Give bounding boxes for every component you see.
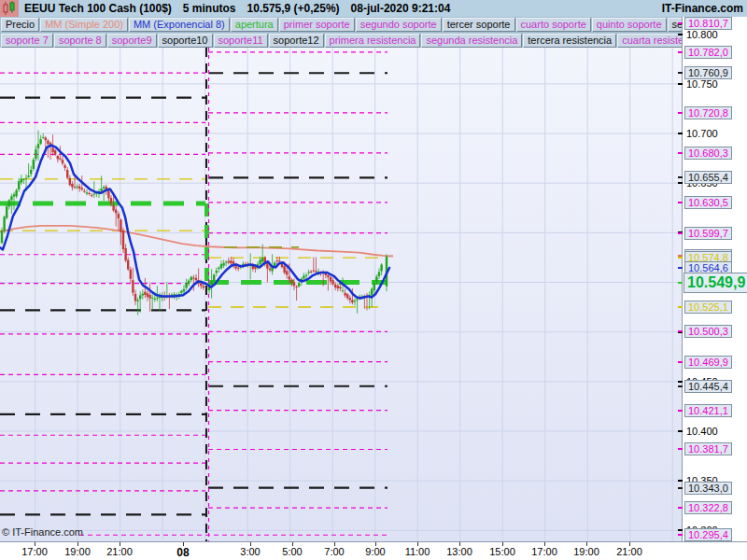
price-label: 10.500,3	[684, 325, 732, 338]
price-label: 10.810,7	[684, 17, 732, 30]
candlestick-icon	[0, 0, 19, 17]
toolbar-button-soporte9[interactable]: soporte9	[107, 34, 157, 48]
toolbar-button-precio[interactable]: Precio	[1, 18, 39, 32]
price-label: 10.680,3	[684, 147, 732, 160]
axis-tick	[678, 72, 683, 74]
price-label: 10.760,9	[684, 66, 732, 79]
axis-tick	[678, 430, 683, 432]
datetime-label: 08-jul-2020 9:21:04	[351, 2, 451, 15]
axis-tick	[678, 529, 683, 531]
price-label: 10.630,5	[684, 196, 732, 209]
price-label: 10.445,4	[684, 380, 732, 393]
axis-tick	[678, 202, 683, 203]
toolbar-button-primer-soporte[interactable]: primer soporte	[279, 18, 355, 32]
trading-app-window: EEUU Tech 100 Cash (100$) 5 minutos 10.5…	[0, 0, 747, 560]
time-tick-label: 19:00	[573, 546, 599, 557]
axis-tick	[678, 22, 683, 24]
axis-tick	[678, 385, 683, 387]
toolbar-button-apertura[interactable]: apertura	[231, 18, 278, 32]
axis-tick	[678, 51, 683, 53]
toolbar-button-quinto-soporte[interactable]: quinto soporte	[592, 18, 667, 32]
time-tick-label: 13:00	[446, 546, 472, 557]
brand-label: IT-Finance.com	[662, 2, 743, 15]
price-label: 10.381,7	[684, 442, 732, 455]
axis-tick	[678, 267, 683, 269]
price-label: 10.295,4	[684, 528, 732, 541]
price-label: 10.525,1	[684, 301, 732, 314]
toolbar-button-segundo-soporte[interactable]: segundo soporte	[356, 18, 442, 32]
axis-tick	[678, 381, 683, 383]
price-label-current: 10.549,9	[684, 273, 747, 293]
price-chart[interactable]	[0, 48, 682, 541]
price-label: 10.599,7	[684, 227, 732, 240]
axis-tick	[678, 257, 683, 259]
timeframe-label: 5 minutos	[183, 2, 236, 15]
toolbar-button-soporte12[interactable]: soporte12	[269, 34, 324, 48]
price-tick-label: 10.700	[686, 128, 718, 139]
axis-tick	[678, 361, 683, 363]
time-tick-label: 9:00	[365, 546, 385, 557]
instrument-title: EEUU Tech 100 Cash (100$)	[24, 2, 172, 15]
toolbar-button-tercer-soporte[interactable]: tercer soporte	[443, 18, 515, 32]
toolbar-row-2: soporte 7soporte 8soporte9soporte10sopor…	[0, 33, 682, 48]
time-tick-label: 15:00	[489, 546, 515, 557]
watermark: © IT-Finance.com	[2, 526, 83, 538]
price-tick-label: 10.800	[686, 29, 718, 40]
axis-tick	[678, 176, 683, 178]
time-tick-label: 17:00	[21, 546, 48, 557]
axis-tick	[678, 410, 683, 412]
price-tick-label: 10.400	[686, 426, 718, 437]
toolbar-button-mm-exponencial-8[interactable]: MM (Exponencial 8)	[129, 18, 230, 32]
price-label: 10.343,0	[684, 482, 732, 495]
last-price-change: 10.575,9 (+0,25%)	[247, 2, 340, 15]
toolbar-button-soporte11[interactable]: soporte11	[214, 34, 268, 48]
time-tick-label: 19:00	[64, 546, 91, 557]
toolbar-button-sexto-soporte[interactable]: sexto soporte	[668, 18, 682, 32]
price-label: 10.782,0	[684, 46, 732, 59]
axis-tick	[678, 306, 683, 308]
axis-tick	[678, 152, 683, 154]
title-bar: EEUU Tech 100 Cash (100$) 5 minutos 10.5…	[0, 0, 747, 18]
axis-tick	[678, 507, 683, 509]
time-tick-label: 21:00	[616, 546, 642, 557]
price-label: 10.720,8	[684, 106, 732, 119]
axis-tick	[678, 133, 683, 134]
time-tick-label: 7:00	[324, 546, 344, 557]
axis-tick	[678, 182, 683, 184]
axis-tick	[678, 282, 683, 284]
toolbar-row-1: PrecioMM (Simple 200)MM (Exponencial 8)a…	[0, 17, 682, 33]
price-label: 10.421,1	[684, 404, 732, 417]
time-tick-label: 5:00	[282, 546, 302, 557]
toolbar-button-segunda-resistencia[interactable]: segunda resistencia	[421, 34, 522, 48]
toolbar-button-cuarto-soporte[interactable]: cuarto soporte	[516, 18, 591, 32]
toolbar-button-soporte-8[interactable]: soporte 8	[54, 34, 106, 48]
time-tick-label: 17:00	[531, 546, 557, 557]
axis-tick	[678, 112, 683, 114]
price-label: 10.322,8	[684, 501, 732, 514]
toolbar-button-soporte10[interactable]: soporte10	[158, 34, 213, 48]
indicator-toolbar: PrecioMM (Simple 200)MM (Exponencial 8)a…	[0, 17, 682, 48]
axis-tick	[678, 330, 683, 332]
time-tick-label: 08	[176, 546, 189, 559]
toolbar-button-tercera-resistencia[interactable]: tercera resistencia	[523, 34, 616, 48]
price-label: 10.655,4	[684, 171, 732, 184]
price-label: 10.469,9	[684, 356, 732, 369]
time-tick-label: 3:00	[240, 546, 260, 557]
toolbar-button-primera-resistencia[interactable]: primera resistencia	[325, 34, 421, 48]
toolbar-button-soporte-7[interactable]: soporte 7	[1, 34, 53, 48]
axis-tick	[678, 534, 683, 536]
axis-tick	[678, 480, 683, 482]
price-axis[interactable]: 10.80010.75010.70010.65010.60010.55010.5…	[682, 17, 747, 541]
toolbar-button-cuarta-resistencia[interactable]: cuarta resistencia	[617, 34, 682, 48]
axis-tick	[678, 83, 683, 85]
axis-tick	[678, 448, 683, 450]
time-tick-label: 11:00	[405, 546, 430, 557]
price-tick-label: 10.750	[686, 78, 718, 90]
time-axis[interactable]: 17:0019:0021:00083:005:007:009:0011:0013…	[0, 541, 747, 560]
time-tick-label: 21:00	[106, 546, 133, 557]
axis-tick	[678, 487, 683, 489]
axis-tick	[678, 34, 683, 35]
axis-tick	[678, 232, 683, 234]
toolbar-button-mm-simple-200[interactable]: MM (Simple 200)	[40, 18, 128, 32]
